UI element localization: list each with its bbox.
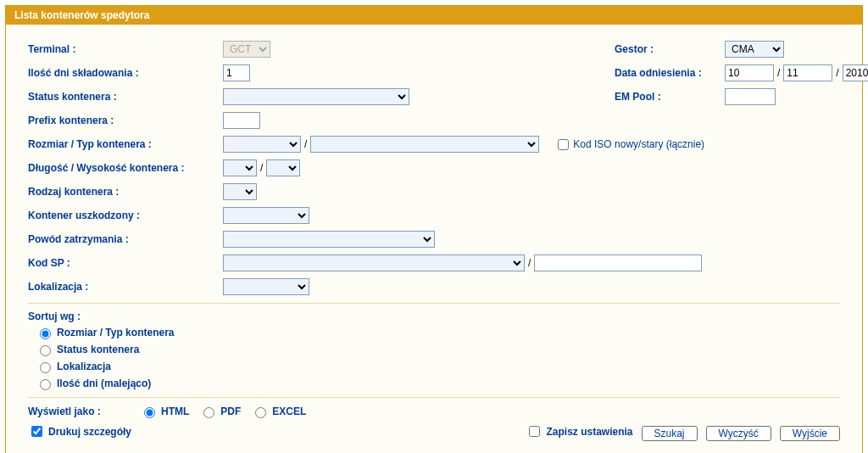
slash-kodsp: / — [528, 257, 531, 269]
label-lokalizacja: Lokalizacja : — [28, 281, 223, 293]
display-label-excel: EXCEL — [272, 405, 306, 417]
gestor-select[interactable]: CMA — [725, 41, 784, 58]
label-uszkodzony: Kontener uszkodzony : — [28, 210, 223, 221]
sort-radio-status[interactable] — [40, 345, 51, 356]
display-label-html: HTML — [161, 405, 189, 417]
sort-option-rozmiar: Rozmiar / Typ kontenera — [28, 326, 840, 339]
row-dlug-wys: Długość / Wysokość kontenera : / — [28, 159, 840, 177]
row-rodzaj: Rodzaj kontenera : — [28, 182, 840, 201]
row-powod: Powód zatrzymania : — [28, 230, 840, 249]
sort-radio-lokal[interactable] — [40, 362, 51, 373]
sort-option-status: Status kontenera — [28, 343, 840, 356]
label-rodzaj: Rodzaj kontenera : — [28, 186, 223, 198]
row-dni-data: Ilość dni składowania : Data odniesienia… — [28, 64, 840, 82]
szukaj-button[interactable]: Szukaj — [642, 426, 698, 441]
label-status: Status kontenera : — [28, 91, 223, 103]
display-radio-excel[interactable] — [255, 407, 266, 418]
lokalizacja-select[interactable] — [223, 278, 309, 295]
panel-body: Terminal : GCT Gestor : CMA Ilość dni sk… — [6, 25, 862, 453]
sort-label-lokal: Lokalizacja — [57, 361, 111, 372]
terminal-select[interactable]: GCT — [223, 41, 270, 58]
panel-title: Lista kontenerów spedytora — [6, 6, 862, 25]
prefix-input[interactable] — [223, 112, 260, 129]
rodzaj-select[interactable] — [223, 183, 257, 200]
kodsp-input[interactable] — [534, 254, 702, 271]
display-row: Wyświetl jako : HTML PDF EXCEL — [28, 397, 840, 418]
date-mm-input[interactable] — [783, 64, 832, 81]
date-yyyy-input[interactable] — [843, 64, 868, 81]
label-display: Wyświetl jako : — [28, 405, 130, 417]
label-dlug-wys: Długość / Wysokość kontenera : — [28, 162, 223, 174]
slash-2: / — [836, 67, 838, 79]
label-rozmiar-typ: Rozmiar / Typ kontenera : — [28, 138, 223, 150]
wyczysc-button[interactable]: Wyczyść — [706, 426, 771, 441]
uszkodzony-select[interactable] — [223, 207, 309, 224]
powod-select[interactable] — [223, 231, 435, 248]
row-status-empool: Status kontenera : EM Pool : — [28, 87, 840, 106]
typ-select[interactable] — [310, 136, 539, 153]
status-select[interactable] — [223, 88, 409, 105]
zapisz-label: Zapisz ustawienia — [546, 426, 632, 438]
display-radio-pdf[interactable] — [203, 407, 214, 418]
display-label-pdf: PDF — [220, 405, 241, 417]
wysokosc-select[interactable] — [266, 159, 300, 176]
label-gestor: Gestor : — [615, 43, 725, 55]
sort-label-dni: Ilość dni (malejąco) — [57, 378, 151, 389]
slash-dw: / — [260, 162, 263, 174]
bottom-row: Drukuj szczegóły Zapisz ustawienia Szuka… — [28, 423, 840, 443]
panel: Lista kontenerów spedytora Terminal : GC… — [5, 5, 863, 453]
dni-input[interactable] — [223, 64, 250, 81]
label-data-odn: Data odniesienia : — [615, 67, 725, 79]
label-empool: EM Pool : — [615, 91, 725, 103]
sort-radio-dni[interactable] — [40, 379, 51, 390]
slash-1: / — [777, 67, 780, 79]
dlugosc-select[interactable] — [223, 159, 257, 176]
date-dd-input[interactable] — [725, 64, 774, 81]
slash-rozmiar: / — [304, 138, 307, 150]
sort-option-lokal: Lokalizacja — [28, 360, 840, 373]
iso-checkbox-label: Kod ISO nowy/stary (łącznie) — [573, 138, 704, 150]
sort-label-status: Status kontenera — [57, 344, 139, 355]
label-sortuj: Sortuj wg : — [28, 310, 840, 322]
sort-block: Sortuj wg : Rozmiar / Typ kontenera Stat… — [28, 303, 840, 390]
iso-checkbox[interactable] — [558, 139, 569, 150]
zapisz-checkbox[interactable] — [529, 426, 540, 437]
rozmiar-select[interactable] — [223, 136, 301, 153]
wyjscie-button[interactable]: Wyjście — [780, 426, 840, 441]
label-terminal: Terminal : — [28, 43, 223, 55]
label-prefix: Prefix kontenera : — [28, 115, 223, 126]
sort-label-rozmiar: Rozmiar / Typ kontenera — [57, 327, 174, 338]
sort-radio-rozmiar[interactable] — [40, 328, 51, 339]
row-prefix: Prefix kontenera : — [28, 111, 840, 130]
label-kod-sp: Kod SP : — [28, 257, 223, 269]
sort-option-dni: Ilość dni (malejąco) — [28, 377, 840, 390]
drukuj-label: Drukuj szczegóły — [48, 426, 131, 438]
display-radio-html[interactable] — [144, 407, 155, 418]
row-rozmiar-typ: Rozmiar / Typ kontenera : / Kod ISO nowy… — [28, 135, 840, 154]
empool-input[interactable] — [725, 88, 776, 105]
label-powod: Powód zatrzymania : — [28, 233, 223, 245]
row-kod-sp: Kod SP : / — [28, 254, 840, 272]
row-uszkodzony: Kontener uszkodzony : — [28, 206, 840, 225]
row-terminal-gestor: Terminal : GCT Gestor : CMA — [28, 40, 840, 59]
row-lokalizacja: Lokalizacja : — [28, 277, 840, 296]
kodsp-select[interactable] — [223, 254, 525, 271]
drukuj-checkbox[interactable] — [31, 426, 42, 437]
label-dni: Ilość dni składowania : — [28, 67, 223, 79]
